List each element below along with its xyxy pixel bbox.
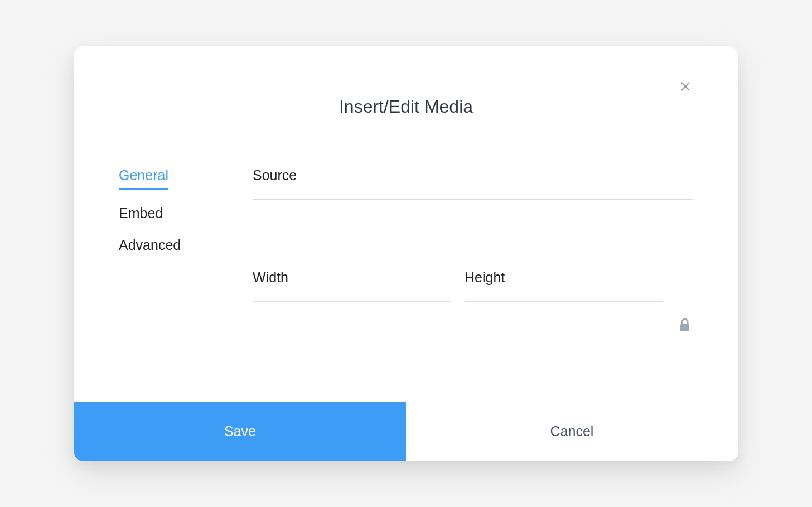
modal-body: General Embed Advanced Source Width Heig… — [74, 117, 738, 402]
tab-advanced[interactable]: Advanced — [119, 237, 181, 253]
source-label: Source — [253, 167, 693, 184]
aspect-ratio-lock-button[interactable] — [676, 301, 693, 351]
form-panel: Source Width Height — [253, 167, 693, 351]
dimensions-row: Width Height — [253, 269, 693, 351]
modal-footer: Save Cancel — [74, 402, 738, 461]
save-button[interactable]: Save — [74, 402, 406, 461]
height-field-group: Height — [465, 269, 663, 351]
tabs-list: General Embed Advanced — [119, 167, 219, 351]
width-label: Width — [253, 269, 451, 286]
source-input[interactable] — [253, 199, 693, 249]
tab-general[interactable]: General — [119, 167, 168, 190]
close-button[interactable] — [678, 80, 693, 95]
modal-header: Insert/Edit Media — [74, 46, 738, 117]
modal-title: Insert/Edit Media — [119, 96, 693, 117]
svg-rect-2 — [680, 324, 689, 331]
source-field-group: Source — [253, 167, 693, 249]
width-field-group: Width — [253, 269, 451, 351]
width-input[interactable] — [253, 301, 451, 351]
lock-icon — [679, 318, 690, 334]
tab-embed[interactable]: Embed — [119, 205, 163, 221]
height-label: Height — [465, 269, 663, 286]
height-input[interactable] — [465, 301, 663, 351]
cancel-button[interactable]: Cancel — [406, 402, 738, 461]
insert-edit-media-modal: Insert/Edit Media General Embed Advanced… — [74, 46, 738, 461]
close-icon — [679, 80, 692, 94]
